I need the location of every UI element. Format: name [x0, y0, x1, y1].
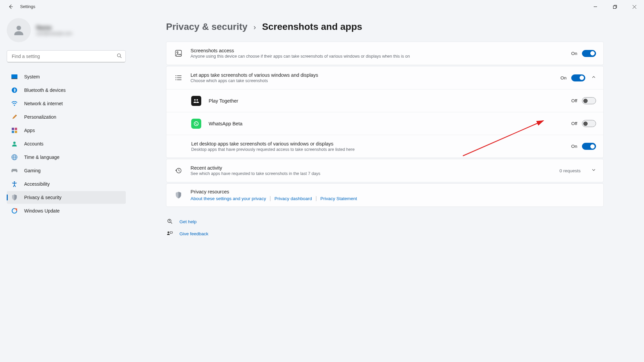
nav-list: System Bluetooth & devices Network & int…	[7, 70, 126, 217]
row-title: Screenshots access	[191, 48, 571, 53]
link-privacy-statement[interactable]: Privacy Statement	[320, 196, 357, 201]
nav-label: Bluetooth & devices	[24, 87, 66, 93]
titlebar: Settings	[0, 0, 644, 13]
avatar	[7, 18, 31, 42]
get-help-link[interactable]: Get help	[179, 219, 197, 224]
svg-point-18	[177, 52, 178, 53]
row-let-apps-header[interactable]: Let apps take screenshots of various win…	[166, 66, 603, 89]
maximize-button[interactable]	[605, 0, 625, 13]
svg-point-6	[14, 105, 15, 106]
svg-point-14	[12, 155, 17, 160]
search-box	[7, 50, 126, 62]
close-button[interactable]	[625, 0, 644, 13]
give-feedback-link[interactable]: Give feedback	[179, 231, 208, 236]
toggle-play-together[interactable]	[582, 97, 596, 104]
app-name: Play Together	[209, 98, 571, 104]
nav-item-accessibility[interactable]: Accessibility	[7, 178, 126, 190]
nav-label: Time & language	[24, 155, 59, 160]
toggle-let-apps[interactable]	[571, 74, 585, 81]
nav-item-accounts[interactable]: Accounts	[7, 137, 126, 150]
play-together-app-icon	[191, 96, 201, 106]
image-icon	[174, 50, 183, 57]
nav-item-apps[interactable]: Apps	[7, 124, 126, 137]
nav-label: Apps	[24, 128, 35, 133]
row-desc: Anyone using this device can choose if t…	[191, 54, 571, 59]
search-icon	[117, 53, 122, 60]
give-feedback-row[interactable]: Give feedback	[166, 228, 604, 240]
back-arrow-icon	[8, 4, 13, 9]
search-input[interactable]	[7, 50, 126, 62]
row-title: Privacy resources	[191, 189, 596, 194]
svg-point-2	[117, 54, 120, 57]
wifi-icon	[11, 100, 18, 107]
nav-item-privacy-security[interactable]: Privacy & security	[7, 191, 126, 204]
nav-label: Windows Update	[24, 208, 60, 214]
window-controls	[586, 0, 644, 13]
apps-icon	[11, 127, 18, 134]
svg-point-25	[169, 222, 169, 222]
user-info: Name user@example.com	[36, 24, 72, 36]
system-icon	[11, 73, 18, 80]
nav-item-personalization[interactable]: Personalization	[7, 111, 126, 123]
user-box[interactable]: Name user@example.com	[7, 17, 126, 43]
request-count: 0 requests	[559, 168, 581, 173]
row-desc: Choose which apps can take screenshots	[191, 78, 560, 83]
toggle-state: Off	[571, 121, 577, 126]
row-title: Let desktop apps take screenshots of var…	[191, 141, 571, 146]
nav-item-gaming[interactable]: Gaming	[7, 164, 126, 177]
svg-point-1	[16, 26, 21, 30]
link-about-settings[interactable]: About these settings and your privacy	[191, 196, 266, 201]
card-screenshots-access: Screenshots access Anyone using this dev…	[166, 42, 604, 65]
breadcrumb-parent[interactable]: Privacy & security	[166, 21, 248, 32]
row-desc: See which apps have requested to take sc…	[191, 171, 559, 176]
shield-icon	[11, 194, 18, 201]
toggle-desktop-apps[interactable]	[582, 143, 596, 150]
toggle-state: On	[571, 144, 577, 149]
svg-rect-27	[170, 232, 172, 233]
nav-item-network[interactable]: Network & internet	[7, 97, 126, 110]
minimize-button[interactable]	[586, 0, 605, 13]
nav-item-system[interactable]: System	[7, 70, 126, 83]
sidebar: Name user@example.com System Bluetooth &…	[0, 13, 132, 362]
footer-links: Get help Give feedback	[166, 216, 604, 240]
row-title: Let apps take screenshots of various win…	[191, 72, 560, 78]
brush-icon	[11, 113, 18, 121]
card-recent-activity[interactable]: Recent activity See which apps have requ…	[166, 159, 604, 182]
nav-item-bluetooth[interactable]: Bluetooth & devices	[7, 84, 126, 97]
accounts-icon	[11, 140, 18, 147]
user-name: Name	[36, 24, 72, 31]
accessibility-icon	[11, 180, 18, 188]
nav-label: Personalization	[24, 114, 56, 120]
main-content: Privacy & security › Screenshots and app…	[132, 13, 644, 362]
chevron-down-icon	[591, 168, 596, 174]
card-privacy-resources: Privacy resources About these settings a…	[166, 183, 604, 207]
toggle-whatsapp-beta[interactable]	[582, 120, 596, 127]
update-icon	[11, 207, 18, 215]
svg-point-15	[14, 181, 15, 183]
nav-label: Network & internet	[24, 101, 63, 106]
help-icon	[166, 219, 173, 225]
svg-rect-9	[12, 131, 14, 133]
nav-item-time-language[interactable]: Time & language	[7, 151, 126, 164]
user-email: user@example.com	[36, 31, 72, 36]
svg-point-11	[13, 142, 16, 144]
get-help-row[interactable]: Get help	[166, 216, 604, 228]
separator: |	[315, 195, 317, 201]
back-button[interactable]	[5, 1, 16, 12]
toggle-state: Off	[571, 98, 577, 103]
svg-point-19	[194, 99, 196, 100]
svg-rect-4	[11, 78, 17, 79]
bluetooth-icon	[11, 86, 18, 94]
shield-icon	[174, 192, 183, 198]
toggle-screenshots-access[interactable]	[582, 50, 596, 57]
breadcrumb: Privacy & security › Screenshots and app…	[166, 21, 604, 32]
link-privacy-dashboard[interactable]: Privacy dashboard	[274, 196, 312, 201]
window-title: Settings	[20, 4, 35, 9]
app-row-whatsapp-beta: WhatsApp Beta Off	[166, 112, 603, 135]
app-name: WhatsApp Beta	[209, 121, 571, 126]
nav-label: Privacy & security	[24, 195, 61, 200]
toggle-state: On	[560, 75, 567, 80]
row-desktop-apps: Let desktop apps take screenshots of var…	[166, 135, 603, 158]
nav-item-windows-update[interactable]: Windows Update	[7, 204, 126, 217]
svg-rect-7	[12, 128, 14, 130]
